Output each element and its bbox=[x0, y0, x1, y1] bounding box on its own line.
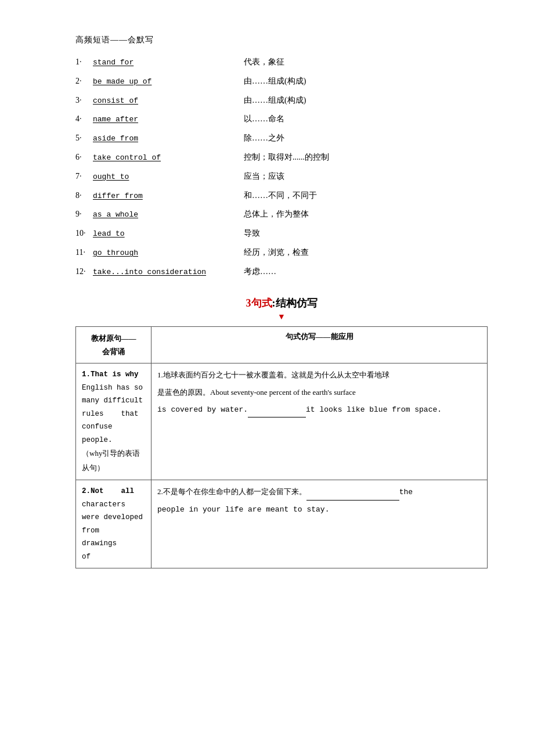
row2-left-text2: were developed bbox=[82, 513, 143, 521]
phrase-num: 6· bbox=[75, 151, 93, 164]
row2-left-text3: from drawings bbox=[82, 527, 117, 548]
phrase-zh: 由……组成(构成) bbox=[244, 75, 306, 88]
main-table: 教材原句—— 会背诵 句式仿写——能应用 1.That is why Engli… bbox=[75, 326, 488, 569]
row1-zh: 1.地球表面约百分之七十一被水覆盖着。这就是为什么从太空中看地球 bbox=[157, 370, 389, 379]
row1-left-zh2: 从句） bbox=[82, 463, 104, 472]
phrase-num: 5· bbox=[75, 132, 93, 145]
list-item: 11· go through 经历，浏览，检查 bbox=[75, 246, 488, 260]
row1-left-text3: rules that bbox=[82, 410, 139, 418]
phrase-en: name after bbox=[93, 114, 221, 126]
phrase-num: 11· bbox=[75, 246, 93, 259]
phrase-en: take control of bbox=[93, 152, 221, 164]
row2-blank bbox=[306, 485, 399, 501]
row1-left-text: English has so bbox=[82, 384, 143, 392]
phrase-num: 1· bbox=[75, 56, 93, 69]
section2-label: 句式 bbox=[251, 297, 272, 309]
table-header-row: 教材原句—— 会背诵 句式仿写——能应用 bbox=[76, 326, 488, 363]
section1-title: 高频短语——会默写 bbox=[75, 35, 488, 45]
row2-right: 2.不是每个在你生命中的人都一定会留下来。 the people in your… bbox=[151, 480, 488, 568]
list-item: 2· be made up of 由……组成(构成) bbox=[75, 75, 488, 88]
row1-blank bbox=[248, 403, 306, 418]
section2-title: 3句式:结构仿写 bbox=[75, 296, 488, 310]
phrase-zh: 经历，浏览，检查 bbox=[244, 246, 309, 259]
phrase-num: 2· bbox=[75, 75, 93, 88]
list-item: 10· lead to 导致 bbox=[75, 227, 488, 240]
phrase-en: go through bbox=[93, 247, 221, 260]
list-item: 3· consist of 由……组成(构成) bbox=[75, 94, 488, 107]
phrase-en: lead to bbox=[93, 228, 221, 240]
phrase-num: 10· bbox=[75, 227, 93, 240]
list-item: 1· stand for 代表，象征 bbox=[75, 56, 488, 69]
row1-zh2: 是蓝色的原因。About seventy-one percent of the … bbox=[157, 388, 356, 397]
list-item: 9· as a whole 总体上，作为整体 bbox=[75, 208, 488, 221]
phrase-num: 8· bbox=[75, 189, 93, 202]
row1-left-text4: confuse bbox=[82, 423, 113, 431]
list-item: 6· take control of 控制；取得对......的控制 bbox=[75, 151, 488, 164]
phrase-en: stand for bbox=[93, 57, 221, 69]
phrase-en: consist of bbox=[93, 95, 221, 107]
title-arrow: ▼ bbox=[75, 312, 488, 322]
list-item: 7· ought to 应当；应该 bbox=[75, 170, 488, 183]
phrase-en: ought to bbox=[93, 171, 221, 183]
row1-right: 1.地球表面约百分之七十一被水覆盖着。这就是为什么从太空中看地球 是蓝色的原因。… bbox=[151, 363, 488, 480]
section2-num: 3 bbox=[246, 297, 251, 309]
phrase-zh: 应当；应该 bbox=[244, 170, 284, 183]
header-left-line1: 教材原句—— bbox=[91, 334, 136, 343]
list-item: 5· aside from 除……之外 bbox=[75, 132, 488, 145]
row2-en: the bbox=[399, 488, 413, 496]
row2-left-text: characters bbox=[82, 501, 125, 509]
header-left: 教材原句—— 会背诵 bbox=[76, 326, 151, 363]
phrase-zh: 总体上，作为整体 bbox=[244, 208, 309, 221]
row1-left-bold: 1.That is why bbox=[82, 370, 139, 379]
phrase-en: take...into consideration bbox=[93, 267, 221, 279]
phrase-en: differ from bbox=[93, 190, 221, 203]
list-item: 12· take...into consideration 考虑…… bbox=[75, 265, 488, 279]
row2-left: 2.Not all characters were developed from… bbox=[76, 480, 151, 568]
phrase-zh: 除……之外 bbox=[244, 132, 284, 145]
row1-en: is covered by water. bbox=[157, 405, 248, 414]
header-left-line2: 会背诵 bbox=[102, 347, 125, 356]
row2-left-text4: of bbox=[82, 553, 91, 561]
section2-main: 结构仿写 bbox=[276, 297, 317, 309]
phrase-num: 9· bbox=[75, 208, 93, 221]
phrase-num: 7· bbox=[75, 170, 93, 183]
phrase-zh: 导致 bbox=[244, 227, 260, 240]
phrase-zh: 以……命名 bbox=[244, 113, 284, 125]
row1-left-zh: （why引导的表语 bbox=[82, 449, 140, 458]
phrase-zh: 和……不同，不同于 bbox=[244, 189, 317, 202]
row1-right-content3: is covered by water. it looks like blue … bbox=[157, 403, 481, 418]
header-right: 句式仿写——能应用 bbox=[151, 326, 488, 363]
row1-left: 1.That is why English has so many diffic… bbox=[76, 363, 151, 480]
phrase-zh: 控制；取得对......的控制 bbox=[244, 151, 329, 164]
row2-zh: 2.不是每个在你生命中的人都一定会留下来。 bbox=[157, 487, 306, 496]
table-row: 2.Not all characters were developed from… bbox=[76, 480, 488, 568]
row1-left-text5: people. bbox=[82, 436, 113, 444]
phrase-num: 3· bbox=[75, 94, 93, 107]
phrase-num: 12· bbox=[75, 265, 93, 278]
row2-left-bold: 2.Not all bbox=[82, 487, 134, 495]
phrase-list: 1· stand for 代表，象征 2· be made up of 由……组… bbox=[75, 56, 488, 279]
list-item: 4· name after 以……命名 bbox=[75, 113, 488, 126]
section1: 高频短语——会默写 1· stand for 代表，象征 2· be made … bbox=[75, 35, 488, 279]
row1-left-text2: many difficult bbox=[82, 397, 143, 405]
row2-en2: people in your life are meant to stay. bbox=[157, 505, 329, 514]
phrase-en: as a whole bbox=[93, 209, 221, 221]
table-row: 1.That is why English has so many diffic… bbox=[76, 363, 488, 480]
phrase-num: 4· bbox=[75, 113, 93, 125]
phrase-zh: 由……组成(构成) bbox=[244, 94, 306, 107]
row2-right-content2: people in your life are meant to stay. bbox=[157, 503, 481, 517]
row2-right-content: 2.不是每个在你生命中的人都一定会留下来。 the bbox=[157, 485, 481, 501]
phrase-en: be made up of bbox=[93, 76, 221, 88]
section2: 3句式:结构仿写 ▼ 教材原句—— 会背诵 句式仿写——能应用 1.That i… bbox=[75, 296, 488, 569]
row1-en2: it looks like blue from space. bbox=[306, 405, 442, 414]
row1-right-content: 1.地球表面约百分之七十一被水覆盖着。这就是为什么从太空中看地球 bbox=[157, 368, 481, 383]
list-item: 8· differ from 和……不同，不同于 bbox=[75, 189, 488, 203]
row1-right-content2: 是蓝色的原因。About seventy-one percent of the … bbox=[157, 386, 481, 401]
phrase-en: aside from bbox=[93, 133, 221, 145]
phrase-zh: 考虑…… bbox=[244, 265, 276, 278]
phrase-zh: 代表，象征 bbox=[244, 56, 284, 69]
